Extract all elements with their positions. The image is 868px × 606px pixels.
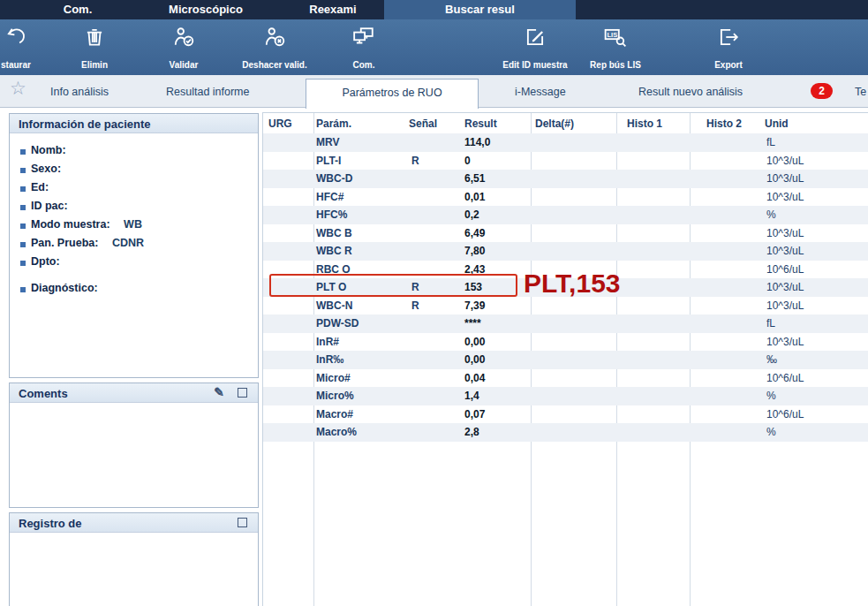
top-tab-microscopico[interactable]: Microscópico [146, 0, 266, 19]
view-tab-bar: ☆ Info análisis Resultad informe Parámet… [0, 75, 868, 108]
tab-i-message[interactable]: i-Message [515, 86, 566, 98]
patient-field-value: WB [124, 218, 142, 231]
col-header-urg: URG [268, 117, 292, 130]
result-cell: 114,0 [464, 133, 490, 152]
col-header-unid: Unid [765, 117, 789, 130]
col-header-senal: Señal [409, 117, 437, 130]
result-cell: 0,00 [464, 351, 485, 369]
table-row[interactable]: Micro% 1,4 % [263, 387, 868, 405]
param-cell: WBC B [316, 224, 352, 243]
result-cell: 0,00 [464, 333, 485, 352]
result-cell: 6,51 [464, 170, 485, 188]
undo-icon [0, 26, 51, 50]
top-tab-bar: Com. Microscópico Reexami Buscar resul [0, 0, 868, 19]
svg-text:LIS: LIS [607, 31, 617, 39]
result-cell: 0,04 [464, 369, 485, 388]
unit-cell: 10^3/uL [766, 242, 804, 261]
ruo-parameters-table: URG Parám. Señal Result Delta(#) Histo 1… [262, 112, 868, 606]
col-header-param: Parám. [316, 117, 351, 130]
unit-cell: ‰ [766, 351, 777, 369]
top-tab-buscar-resul[interactable]: Buscar resul [384, 0, 576, 19]
tab-resultad-informe[interactable]: Resultad informe [166, 86, 250, 98]
param-cell: MRV [316, 133, 339, 152]
table-row[interactable]: Macro# 0,07 10^6/uL [263, 405, 868, 424]
bullet-icon [20, 205, 26, 210]
table-row[interactable]: HFC% 0,2 % [263, 206, 868, 224]
patient-field-label: Ed: [31, 181, 49, 193]
patient-field: Dpto: [20, 255, 258, 274]
unit-cell: 10^3/uL [766, 224, 804, 243]
validate-button[interactable]: Validar [148, 19, 219, 75]
export-button[interactable]: Export [693, 19, 764, 75]
table-row[interactable]: HFC# 0,01 10^3/uL [263, 188, 868, 207]
param-cell: HFC% [316, 206, 347, 224]
result-cell: 2,8 [464, 423, 479, 442]
comments-panel: Coments ✎ [9, 383, 259, 508]
table-row[interactable]: Micro# 0,04 10^6/uL [263, 369, 868, 388]
bullet-icon [20, 287, 26, 292]
unit-cell: 10^3/uL [766, 278, 804, 297]
unit-cell: fL [766, 314, 775, 333]
delete-button[interactable]: Elimin [59, 19, 130, 75]
restore-button[interactable]: staurar [0, 19, 51, 75]
unit-cell: % [766, 423, 776, 442]
toolbar: staurar Elimin Validar Deshacer valid. C… [0, 19, 868, 75]
tab-clipped[interactable]: Te [855, 86, 866, 98]
result-cell: 0,01 [464, 188, 485, 207]
table-row[interactable]: MRV 114,0 fL [263, 133, 868, 152]
tab-info-analisis[interactable]: Info análisis [50, 86, 109, 98]
table-row[interactable]: PLT-I R 0 10^3/uL [263, 152, 868, 170]
param-cell: WBC R [316, 242, 352, 261]
unit-cell: 10^3/uL [766, 188, 804, 207]
patient-field-label: Modo muestra: [31, 218, 110, 231]
table-row[interactable]: WBC-D 6,51 10^3/uL [263, 170, 868, 188]
expand-window-icon[interactable] [238, 388, 247, 398]
table-row[interactable]: PDW-SD **** fL [263, 314, 868, 333]
unit-cell: fL [766, 133, 775, 152]
undo-validation-button[interactable]: Deshacer valid. [226, 19, 323, 75]
unit-cell: 10^3/uL [766, 152, 804, 170]
table-row[interactable]: WBC-N R 7,39 10^3/uL [263, 297, 868, 315]
patient-field-label: Pan. Prueba: [31, 237, 98, 249]
param-cell: Macro% [316, 423, 357, 442]
plt-annotation: PLT,153 [524, 269, 621, 299]
edit-pencil-icon[interactable]: ✎ [214, 385, 224, 399]
table-row[interactable]: WBC B 6,49 10^3/uL [263, 224, 868, 243]
table-row[interactable]: Macro% 2,8 % [263, 423, 868, 442]
result-cell: 0,2 [464, 206, 479, 224]
edit-square-icon [487, 26, 584, 50]
patient-field-label: Sexo: [31, 163, 61, 175]
communication-button[interactable]: Com. [328, 19, 399, 75]
expand-window-icon[interactable] [238, 518, 247, 527]
table-row[interactable]: WBC R 7,80 10^3/uL [263, 242, 868, 261]
bullet-icon [20, 168, 26, 173]
patient-field-label: ID pac: [31, 200, 68, 212]
result-cell: **** [464, 314, 481, 333]
param-cell: PLT-I [316, 152, 341, 170]
patient-field: ID pac: [20, 200, 258, 218]
top-tab-com[interactable]: Com. [44, 0, 111, 19]
lis-search-icon: LIS [571, 26, 660, 50]
result-cell: 7,80 [464, 242, 485, 261]
star-icon[interactable]: ☆ [10, 78, 26, 99]
param-cell: WBC-N [316, 297, 352, 315]
unit-cell: % [766, 387, 776, 405]
tab-result-nuevo-analisis[interactable]: Result nuevo análisis [638, 86, 743, 98]
person-check-icon [148, 26, 219, 50]
table-row[interactable]: InR# 0,00 10^3/uL [263, 333, 868, 352]
lis-query-button[interactable]: LIS Rep bús LIS [571, 19, 660, 75]
param-cell: HFC# [316, 188, 343, 207]
new-result-count-badge: 2 [811, 83, 833, 99]
comments-header: Coments ✎ [10, 383, 258, 403]
table-row[interactable]: InR‰ 0,00 ‰ [263, 351, 868, 369]
edit-sample-id-button[interactable]: Edit ID muestra [487, 19, 584, 75]
top-tab-reexami[interactable]: Reexami [287, 0, 379, 19]
unit-cell: 10^6/uL [766, 405, 804, 424]
log-panel: Registro de [9, 512, 259, 606]
patient-info-panel: Información de paciente Nomb: Sexo: Ed: … [9, 113, 259, 378]
log-header: Registro de [10, 513, 258, 533]
result-cell: 0 [464, 152, 471, 170]
param-cell: Macro# [316, 405, 353, 424]
result-cell: 6,49 [464, 224, 485, 243]
tab-parametros-ruo[interactable]: Parámetros de RUO [306, 79, 479, 109]
